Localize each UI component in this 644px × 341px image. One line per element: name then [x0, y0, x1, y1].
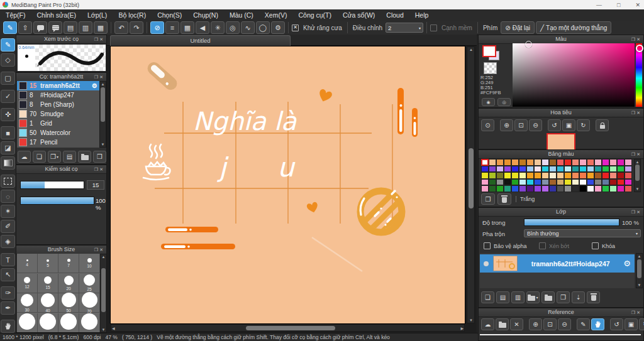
brush-size-value-box[interactable]: 15: [87, 180, 104, 190]
eraser-tool[interactable]: ◇: [1, 53, 15, 67]
layer-row[interactable]: tramanh6a2tt#Hoidap247 ⚙: [480, 254, 635, 273]
brush-size-cell[interactable]: [58, 313, 79, 333]
ref-zoom-out-button[interactable]: ⊖: [558, 318, 571, 330]
palette-swatch[interactable]: [609, 172, 617, 179]
snap-ellipse-icon[interactable]: ◯: [256, 21, 270, 34]
palette-swatch[interactable]: [572, 159, 579, 166]
menubar-item[interactable]: Chỉnh sửa(E): [31, 9, 82, 21]
panel-popout-icon[interactable]: ❐: [631, 111, 636, 115]
menubar-item[interactable]: Tệp(F): [0, 9, 31, 21]
palette-swatch[interactable]: [572, 179, 579, 186]
brush-size-scrollbar[interactable]: ▲ ▼: [100, 254, 107, 333]
brush-new-button[interactable]: ❏: [33, 151, 46, 163]
ref-clear-button[interactable]: ✕: [510, 318, 523, 330]
reset-button[interactable]: ⊘ Đặt lại: [501, 21, 535, 34]
palette-swatch[interactable]: [526, 179, 534, 186]
canvas-document[interactable]: Nghĩa là j u: [111, 46, 465, 323]
layer-add-1bit-button[interactable]: ▥: [511, 291, 525, 303]
palette-swatch[interactable]: [481, 159, 489, 166]
layer-settings-icon[interactable]: ⚙: [623, 259, 631, 268]
palette-swatch[interactable]: [625, 166, 632, 173]
menubar-item[interactable]: Cửa sổ(W): [337, 9, 380, 21]
palette-add-button[interactable]: ❐: [481, 193, 495, 205]
palette-swatch[interactable]: [579, 159, 587, 166]
palette-swatch[interactable]: [587, 172, 594, 179]
palette-swatch[interactable]: [549, 159, 557, 166]
palette-swatch[interactable]: [594, 179, 602, 186]
palette-swatch[interactable]: [564, 179, 572, 186]
brush-script-button[interactable]: ▤: [63, 151, 76, 163]
palette-swatch[interactable]: [496, 179, 504, 186]
brush-mode-icon[interactable]: ✎: [3, 21, 17, 34]
panel-popout-icon[interactable]: ❐: [94, 75, 99, 79]
chat-icon[interactable]: [33, 21, 47, 34]
navigator-thumbnail[interactable]: [547, 133, 575, 151]
divide-tool[interactable]: ✑: [1, 286, 15, 300]
select-pen-tool[interactable]: ✐: [1, 220, 15, 233]
panel-close-icon[interactable]: ✕: [99, 167, 104, 171]
nav-zoom-in-button[interactable]: ⊕: [500, 119, 513, 131]
snap-curve-icon[interactable]: ∿: [241, 21, 255, 34]
palette-swatch[interactable]: [617, 172, 625, 179]
create-line-button[interactable]: ╱ Tạo một đường thẳng: [536, 21, 611, 34]
palette-swatch[interactable]: [481, 166, 489, 173]
ref-hand-button[interactable]: [591, 318, 604, 330]
antialias-checkbox[interactable]: ✕: [292, 24, 299, 31]
palette-swatch[interactable]: [579, 172, 587, 179]
palette-swatch[interactable]: [541, 185, 549, 192]
palette-swatch[interactable]: [526, 166, 534, 173]
palette-swatch[interactable]: [602, 172, 609, 179]
panel-close-icon[interactable]: ✕: [636, 310, 641, 315]
palette-swatch[interactable]: [602, 159, 609, 166]
brush-folder-button[interactable]: [78, 151, 91, 163]
ref-open-folder-button[interactable]: [496, 318, 509, 330]
layer-add-8bit-button[interactable]: ▤: [496, 291, 509, 303]
eyedropper-tool[interactable]: ✒: [1, 301, 15, 315]
menubar-item[interactable]: Help: [409, 9, 435, 21]
brush-list-item[interactable]: 8#Hoidap247: [17, 90, 99, 100]
scroll-up-icon[interactable]: ▲: [469, 48, 473, 51]
menubar-item[interactable]: Lớp(L): [82, 9, 113, 21]
scroll-down-icon[interactable]: ▼: [101, 328, 106, 332]
brush-opacity-slider[interactable]: [20, 197, 94, 205]
snap-radial-icon[interactable]: ✳: [211, 21, 225, 34]
palette-swatch[interactable]: [549, 179, 557, 186]
brush-size-cell[interactable]: 70: [79, 293, 100, 313]
palette-swatch[interactable]: [481, 179, 489, 186]
palette-swatch[interactable]: [572, 166, 579, 173]
palette-swatch[interactable]: [534, 185, 541, 192]
palette-swatch[interactable]: [617, 166, 625, 173]
panel-close-icon[interactable]: ✕: [636, 210, 641, 214]
layer-opacity-slider[interactable]: [524, 219, 619, 226]
panel-popout-icon[interactable]: ❐: [94, 37, 99, 41]
nav-zoom-out-button[interactable]: ⊖: [529, 119, 542, 131]
brush-list-scrollbar[interactable]: ▲ ▼: [99, 81, 106, 148]
palette-swatch[interactable]: [481, 172, 489, 179]
palette-swatch[interactable]: [572, 185, 579, 192]
palette-swatch[interactable]: [549, 185, 557, 192]
palette-swatch[interactable]: [602, 166, 609, 173]
palette-swatch[interactable]: [511, 185, 519, 192]
layer-scrollbar[interactable]: ▲ ▼: [636, 253, 643, 288]
palette-swatch[interactable]: [557, 179, 564, 186]
clipping-checkbox[interactable]: Xén bớt: [539, 242, 569, 249]
palette-swatch[interactable]: [519, 185, 526, 192]
palette-swatch[interactable]: [587, 166, 594, 173]
document-icon[interactable]: ▤: [64, 21, 77, 34]
palette-swatch[interactable]: [625, 159, 632, 166]
polyline-tool[interactable]: ✓: [1, 90, 15, 103]
brush-size-cell[interactable]: 7: [58, 254, 79, 273]
brush-size-slider[interactable]: [20, 181, 84, 189]
brush-list-item[interactable]: 15tramanh6a2tt⚙: [17, 81, 99, 90]
brush-list-item[interactable]: 17Pencil: [17, 138, 99, 147]
scroll-up-icon[interactable]: ▲: [635, 160, 640, 164]
canvas-tab[interactable]: Untitled: [110, 35, 291, 46]
hand-tool[interactable]: [1, 320, 15, 333]
scroll-down-icon[interactable]: ▼: [469, 318, 473, 322]
menubar-item[interactable]: Xem(V): [259, 9, 293, 21]
nav-rotate-reset-button[interactable]: ▣: [562, 119, 575, 131]
text-tool[interactable]: T: [1, 253, 15, 266]
saturation-value-picker[interactable]: [513, 43, 635, 107]
scroll-down-icon[interactable]: ▼: [636, 283, 642, 287]
palette-scrollbar[interactable]: ▲ ▼: [634, 159, 641, 192]
